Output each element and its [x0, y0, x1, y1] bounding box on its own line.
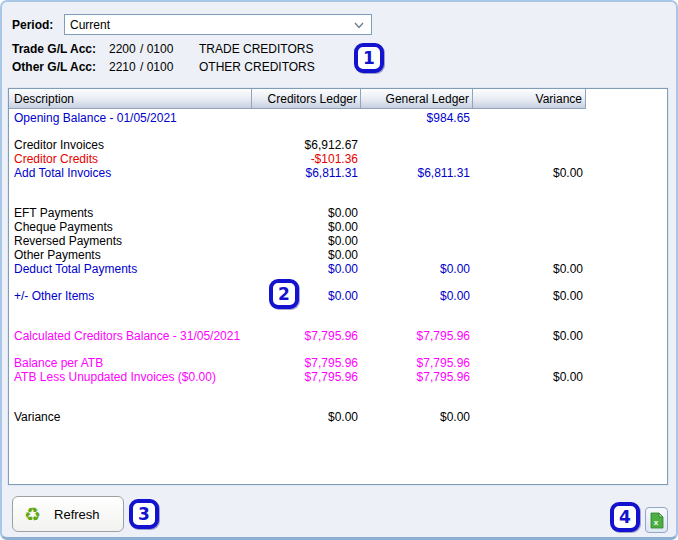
svg-text:x: x [654, 518, 659, 527]
cell-general-ledger [361, 248, 473, 262]
cell-creditors-ledger: $0.00 [252, 206, 361, 220]
period-label: Period: [12, 18, 53, 32]
cell-general-ledger: $6,811.31 [361, 166, 473, 180]
cell-variance [473, 206, 586, 220]
table-row: ATB Less Unupdated Invoices ($0.00)$7,79… [9, 370, 667, 384]
other-acc-subcode: / 0100 [140, 60, 173, 74]
cell-variance: $0.00 [473, 166, 586, 180]
callout-badge-4: 4 [610, 502, 640, 532]
cell-general-ledger [361, 206, 473, 220]
cell-creditors-ledger: $0.00 [252, 410, 361, 424]
callout-badge-3: 3 [129, 499, 159, 529]
creditors-reconciliation-window: Period: Current Trade G/L Acc: 2200 / 01… [0, 0, 678, 540]
table-row: +/- Other Items$0.00$0.00$0.00 [9, 289, 667, 303]
table-body: Opening Balance - 01/05/2021$984.65Credi… [9, 109, 667, 424]
cell-variance [473, 138, 586, 152]
cell-creditors-ledger: $7,795.96 [252, 370, 361, 384]
cell-creditors-ledger: $0.00 [252, 248, 361, 262]
table-row: Cheque Payments$0.00 [9, 220, 667, 234]
cell-variance [473, 248, 586, 262]
cell-creditors-ledger: $0.00 [252, 262, 361, 276]
cell-description: Balance per ATB [9, 356, 252, 370]
cell-creditors-ledger: $0.00 [252, 220, 361, 234]
other-acc-name: OTHER CREDITORS [199, 60, 315, 74]
cell-general-ledger [361, 138, 473, 152]
cell-variance [473, 111, 586, 125]
reconciliation-table: Description Creditors Ledger General Led… [8, 88, 668, 485]
trade-acc-label: Trade G/L Acc: [12, 42, 96, 56]
cell-variance [473, 152, 586, 166]
cell-description: Creditor Credits [9, 152, 252, 166]
cell-creditors-ledger: $6,912.67 [252, 138, 361, 152]
cell-creditors-ledger: $0.00 [252, 234, 361, 248]
table-spacer-row [9, 316, 667, 329]
period-dropdown-value: Current [70, 18, 110, 32]
cell-general-ledger [361, 234, 473, 248]
cell-variance [473, 356, 586, 370]
refresh-button[interactable]: ♻ Refresh [12, 496, 124, 532]
cell-description: Calculated Creditors Balance - 31/05/202… [9, 329, 252, 343]
table-row: Other Payments$0.00 [9, 248, 667, 262]
cell-general-ledger: $0.00 [361, 289, 473, 303]
excel-export-button[interactable]: x [645, 507, 668, 533]
cell-general-ledger: $984.65 [361, 111, 473, 125]
table-row: Creditor Invoices$6,912.67 [9, 138, 667, 152]
cell-variance: $0.00 [473, 289, 586, 303]
table-row: Calculated Creditors Balance - 31/05/202… [9, 329, 667, 343]
table-row: Reversed Payments$0.00 [9, 234, 667, 248]
table-row: Add Total Invoices$6,811.31$6,811.31$0.0… [9, 166, 667, 180]
cell-creditors-ledger: $7,795.96 [252, 356, 361, 370]
table-row: Deduct Total Payments$0.00$0.00$0.00 [9, 262, 667, 276]
cell-description: ATB Less Unupdated Invoices ($0.00) [9, 370, 252, 384]
cell-variance: $0.00 [473, 262, 586, 276]
recycle-icon: ♻ [24, 505, 41, 524]
column-header-creditors-ledger: Creditors Ledger [252, 89, 361, 109]
trade-acc-subcode: / 0100 [140, 42, 173, 56]
callout-badge-2: 2 [269, 279, 299, 309]
other-acc-label: Other G/L Acc: [12, 60, 96, 74]
cell-description: Creditor Invoices [9, 138, 252, 152]
excel-export-icon: x [649, 512, 664, 529]
cell-general-ledger [361, 152, 473, 166]
trade-acc-code: 2200 [109, 42, 136, 56]
callout-badge-1: 1 [354, 43, 384, 73]
cell-description: Cheque Payments [9, 220, 252, 234]
table-spacer-row [9, 384, 667, 397]
cell-variance: $0.00 [473, 370, 586, 384]
cell-creditors-ledger: $7,795.96 [252, 329, 361, 343]
cell-variance [473, 220, 586, 234]
table-row: Creditor Credits-$101.36 [9, 152, 667, 166]
cell-description: Opening Balance - 01/05/2021 [9, 111, 252, 125]
refresh-button-label: Refresh [54, 507, 100, 522]
table-spacer-row [9, 343, 667, 356]
cell-description: Other Payments [9, 248, 252, 262]
table-row: Variance$0.00$0.00 [9, 410, 667, 424]
cell-variance: $0.00 [473, 329, 586, 343]
column-header-variance: Variance [473, 89, 586, 109]
column-header-description: Description [9, 89, 252, 109]
cell-creditors-ledger: $6,811.31 [252, 166, 361, 180]
cell-general-ledger: $0.00 [361, 262, 473, 276]
table-row: EFT Payments$0.00 [9, 206, 667, 220]
cell-general-ledger: $7,795.96 [361, 356, 473, 370]
period-dropdown[interactable]: Current [64, 14, 372, 35]
cell-general-ledger: $0.00 [361, 410, 473, 424]
cell-variance [473, 234, 586, 248]
table-spacer-row [9, 276, 667, 289]
other-acc-code: 2210 [109, 60, 136, 74]
table-spacer-row [9, 180, 667, 193]
cell-general-ledger: $7,795.96 [361, 370, 473, 384]
cell-description: +/- Other Items [9, 289, 252, 303]
table-spacer-row [9, 397, 667, 410]
column-header-filler [586, 89, 667, 109]
table-row: Opening Balance - 01/05/2021$984.65 [9, 111, 667, 125]
cell-description: Variance [9, 410, 252, 424]
table-spacer-row [9, 303, 667, 316]
cell-description: Add Total Invoices [9, 166, 252, 180]
table-header: Description Creditors Ledger General Led… [9, 89, 667, 109]
cell-variance [473, 410, 586, 424]
cell-description: Deduct Total Payments [9, 262, 252, 276]
cell-description: Reversed Payments [9, 234, 252, 248]
table-spacer-row [9, 125, 667, 138]
chevron-down-icon [354, 22, 364, 29]
